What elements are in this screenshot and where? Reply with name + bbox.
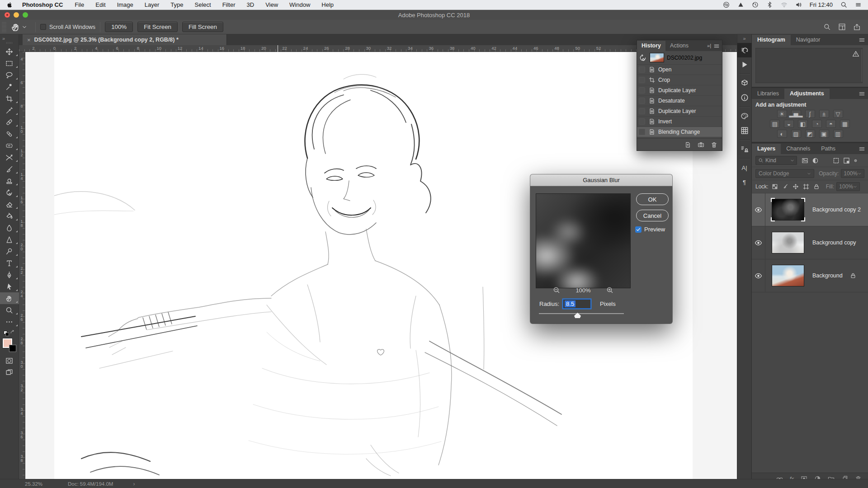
lock-position-icon[interactable] xyxy=(793,183,799,190)
panel-icon-info[interactable] xyxy=(737,90,752,105)
vertical-ruler[interactable]: 468101214161820222426283032343638 xyxy=(19,52,25,479)
panel-icon-character[interactable]: A| xyxy=(737,160,752,175)
history-brush-slot[interactable] xyxy=(639,129,645,135)
fill-input[interactable]: 100% xyxy=(836,182,860,191)
threshold-icon[interactable]: ◩ xyxy=(805,130,815,138)
lock-pixels-icon[interactable] xyxy=(782,183,788,190)
eyedropper-tool[interactable] xyxy=(0,104,19,116)
tab-libraries[interactable]: Libraries xyxy=(752,89,784,99)
layer-thumbnail[interactable] xyxy=(772,199,804,221)
lock-transparent-icon[interactable] xyxy=(772,183,778,190)
history-state-row[interactable]: Desaturate xyxy=(637,96,722,106)
history-brush-slot[interactable] xyxy=(639,87,645,94)
apple-icon[interactable] xyxy=(6,1,13,8)
brightness-contrast-icon[interactable]: ☀ xyxy=(777,110,787,118)
tab-navigator[interactable]: Navigator xyxy=(791,35,826,45)
hue-saturation-icon[interactable]: ▤ xyxy=(770,120,780,128)
history-state-row[interactable]: Blending Change xyxy=(637,127,722,137)
panel-icon-actions[interactable] xyxy=(737,57,752,72)
menu-item-image[interactable]: Image xyxy=(117,1,133,8)
layer-filter-kind-select[interactable]: Kind xyxy=(755,156,797,165)
collapse-toolbar-icon[interactable]: » xyxy=(2,36,5,41)
tab-paths[interactable]: Paths xyxy=(816,144,841,154)
type-layer-filter-icon[interactable] xyxy=(822,157,829,164)
curves-icon[interactable]: ∫ xyxy=(805,110,815,118)
menu-clock[interactable]: Fri 12:40 xyxy=(810,1,833,8)
share-icon[interactable] xyxy=(853,23,861,31)
menu-item-edit[interactable]: Edit xyxy=(95,1,105,8)
blend-mode-select[interactable]: Color Dodge xyxy=(755,169,814,178)
levels-icon[interactable]: ▂▅▂ xyxy=(791,110,801,118)
document-tab[interactable]: × DSC00202.jpg @ 25.3% (Background copy … xyxy=(23,34,227,45)
panel-icon-properties-3d[interactable] xyxy=(737,76,752,90)
gradient-map-icon[interactable]: ▥ xyxy=(833,130,843,138)
zoom-out-icon[interactable] xyxy=(553,286,560,294)
color-balance-icon[interactable]: ◒ xyxy=(784,120,794,128)
document-size-info[interactable]: Doc: 59.4M/194.0M xyxy=(68,481,113,487)
close-tab-icon[interactable]: × xyxy=(27,37,31,43)
history-brush-slot[interactable] xyxy=(639,118,645,125)
sharpen-tool[interactable] xyxy=(0,234,19,245)
panel-icon-clone-source[interactable] xyxy=(737,142,752,156)
screen-mode-button[interactable] xyxy=(5,369,13,376)
clone-stamp-tool[interactable] xyxy=(0,175,19,187)
warning-icon[interactable] xyxy=(852,50,859,57)
ok-button[interactable]: OK xyxy=(636,193,669,205)
layer-row[interactable]: Background copy 2 xyxy=(752,193,868,226)
panel-icon-history[interactable] xyxy=(737,43,752,57)
pixel-layer-filter-icon[interactable] xyxy=(802,157,808,164)
layer-row[interactable]: Background xyxy=(752,259,868,292)
tab-history[interactable]: History xyxy=(637,41,665,51)
zoom-100-button[interactable]: 100% xyxy=(105,22,133,32)
vibrance-icon[interactable]: ▽ xyxy=(833,110,843,118)
history-brush-slot[interactable] xyxy=(639,66,645,73)
panel-menu-icon[interactable] xyxy=(859,90,865,97)
menu-item-3d[interactable]: 3D xyxy=(247,1,255,8)
volume-icon[interactable] xyxy=(795,1,802,8)
edit-toolbar-tool[interactable] xyxy=(0,316,19,328)
panel-icon-color-grid[interactable] xyxy=(737,123,752,138)
search-icon[interactable] xyxy=(823,23,831,31)
expand-panels-icon[interactable]: » xyxy=(743,36,745,41)
quick-selection-tool[interactable] xyxy=(0,81,19,93)
cancel-button[interactable]: Cancel xyxy=(636,210,669,221)
eye-icon[interactable] xyxy=(755,272,762,280)
panel-icon-swatches[interactable] xyxy=(737,109,752,123)
patch-tool[interactable] xyxy=(0,140,19,151)
spot-healing-brush-tool[interactable] xyxy=(0,116,19,128)
tab-layers[interactable]: Layers xyxy=(752,144,781,154)
new-document-from-state-icon[interactable] xyxy=(684,141,691,148)
eye-icon[interactable] xyxy=(755,206,762,214)
eraser-tool[interactable] xyxy=(0,198,19,210)
workspace-icon[interactable] xyxy=(838,23,846,31)
smart-object-filter-icon[interactable] xyxy=(843,157,850,164)
healing-brush-tool[interactable] xyxy=(0,128,19,140)
panel-icon-paragraph[interactable]: ¶ xyxy=(737,175,752,189)
history-brush-tool[interactable] xyxy=(0,187,19,198)
radius-input[interactable]: 8.5 xyxy=(563,299,591,309)
dodge-tool[interactable] xyxy=(0,245,19,257)
creative-cloud-icon[interactable] xyxy=(723,1,730,8)
bluetooth-icon[interactable] xyxy=(766,1,773,8)
brush-tool[interactable] xyxy=(0,163,19,175)
layer-thumbnail[interactable] xyxy=(772,265,804,286)
zoom-in-icon[interactable] xyxy=(606,286,613,294)
visibility-cell[interactable] xyxy=(752,259,765,292)
paint-bucket-tool[interactable] xyxy=(0,210,19,222)
color-lookup-icon[interactable]: ▦ xyxy=(840,120,850,128)
fit-screen-button[interactable]: Fit Screen xyxy=(137,22,178,32)
horizontal-ruler[interactable]: 2024681012141618202224262830323436384042… xyxy=(19,45,737,52)
rectangular-marquee-tool[interactable] xyxy=(0,57,19,69)
exposure-icon[interactable]: ± xyxy=(819,110,829,118)
panel-menu-icon[interactable] xyxy=(713,43,720,49)
radius-slider[interactable] xyxy=(539,312,624,319)
scroll-all-windows-checkbox[interactable] xyxy=(40,24,46,30)
invert-icon[interactable]: ◐ xyxy=(777,130,787,138)
lock-artboard-icon[interactable] xyxy=(803,183,809,190)
history-brush-slot[interactable] xyxy=(639,77,645,83)
history-state-row[interactable]: Invert xyxy=(637,117,722,127)
chevron-down-icon[interactable] xyxy=(22,24,27,30)
opacity-input[interactable]: 100% xyxy=(841,169,864,178)
history-state-row[interactable]: Duplicate Layer xyxy=(637,85,722,96)
eye-icon[interactable] xyxy=(755,239,762,247)
